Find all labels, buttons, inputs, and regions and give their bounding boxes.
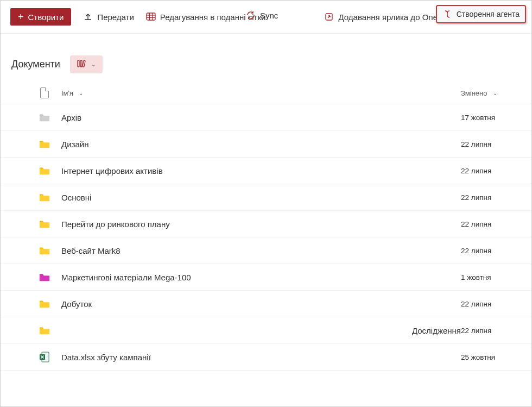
column-modified[interactable]: Змінено ⌄	[461, 89, 521, 97]
upload-button[interactable]: Передати	[83, 12, 134, 22]
item-name[interactable]: Веб-сайт Mark8	[61, 246, 461, 255]
list-item[interactable]: Основні22 липня	[1, 184, 531, 211]
document-icon	[40, 87, 49, 98]
shortcut-icon	[324, 12, 334, 22]
list-item[interactable]: Інтернет цифрових активів22 липня	[1, 158, 531, 184]
column-name-label: Ім'я	[61, 89, 73, 97]
page-title: Документи	[11, 59, 60, 70]
item-name[interactable]: Архів	[61, 113, 461, 122]
create-agent-button[interactable]: Створення агента	[436, 5, 526, 23]
list-item[interactable]: Веб-сайт Mark822 липня	[1, 237, 531, 264]
excel-icon	[39, 351, 50, 363]
list-item[interactable]: Data.xlsx збуту кампанії25 жовтня	[1, 344, 531, 371]
item-name[interactable]: Основні	[61, 193, 461, 202]
svg-rect-0	[147, 13, 155, 20]
folder-yellow-icon	[39, 298, 50, 310]
folder-magenta-icon	[39, 271, 50, 283]
chevron-down-icon: ⌄	[79, 90, 83, 96]
column-headers: Ім'я ⌄ Змінено ⌄	[1, 82, 531, 104]
list-item[interactable]: Дизайн22 липня	[1, 131, 531, 158]
item-name[interactable]: Інтернет цифрових активів	[61, 166, 461, 176]
chevron-down-icon: ⌄	[91, 61, 96, 67]
sync-icon	[246, 10, 256, 20]
view-switcher[interactable]: ⌄	[70, 55, 103, 73]
svg-rect-8	[83, 60, 85, 67]
create-agent-label: Створення агента	[457, 10, 520, 18]
toolbar: + Створити Передати Редагування в поданн…	[1, 1, 531, 34]
list-item[interactable]: Добуток22 липня	[1, 291, 531, 317]
views-icon	[77, 59, 87, 70]
svg-rect-7	[80, 60, 82, 67]
item-name[interactable]: Маркетингові матеріали Mega-100	[61, 273, 461, 282]
item-modified: 22 липня	[461, 167, 521, 175]
column-name[interactable]: Ім'я ⌄	[61, 89, 461, 97]
upload-icon	[83, 12, 93, 22]
item-modified: 22 липня	[461, 220, 521, 228]
item-name[interactable]: Дизайн	[61, 140, 461, 149]
svg-rect-6	[78, 60, 79, 67]
folder-yellow-icon	[39, 324, 50, 336]
column-type-icon[interactable]	[39, 87, 50, 98]
sync-button[interactable]: Sync	[246, 10, 278, 20]
column-modified-label: Змінено	[461, 89, 487, 97]
chevron-down-icon: ⌄	[493, 90, 497, 96]
list-item[interactable]: Дослідження22 липня	[1, 317, 531, 344]
item-name[interactable]: Перейти до ринкового плану	[61, 220, 461, 229]
folder-yellow-icon	[39, 191, 50, 203]
item-modified: 1 жовтня	[461, 273, 521, 281]
plus-icon: +	[18, 12, 24, 22]
item-name[interactable]: Добуток	[61, 299, 461, 309]
folder-yellow-icon	[39, 218, 50, 230]
create-button-label: Створити	[28, 12, 64, 22]
item-modified: 22 липня	[461, 193, 521, 202]
item-modified: 22 липня	[461, 327, 521, 335]
item-modified: 22 липня	[461, 247, 521, 255]
item-modified: 22 липня	[461, 300, 521, 308]
folder-yellow-icon	[39, 165, 50, 177]
folder-gray-icon	[39, 111, 50, 123]
document-list: Архів17 жовтня Дизайн22 липня Інтернет ц…	[1, 104, 531, 371]
upload-label: Передати	[97, 12, 134, 22]
item-modified: 22 липня	[461, 140, 521, 148]
copilot-icon	[442, 9, 452, 19]
item-name[interactable]: Data.xlsx збуту кампанії	[61, 353, 461, 362]
create-button[interactable]: + Створити	[10, 8, 71, 26]
folder-yellow-icon	[39, 138, 50, 150]
folder-yellow-icon	[39, 245, 50, 256]
item-modified: 25 жовтня	[461, 353, 521, 361]
library-header: Документи ⌄	[1, 34, 531, 82]
item-modified: 17 жовтня	[461, 114, 521, 122]
list-item[interactable]: Перейти до ринкового плану22 липня	[1, 211, 531, 237]
sync-label: Sync	[260, 11, 278, 20]
list-item[interactable]: Архів17 жовтня	[1, 104, 531, 131]
list-item[interactable]: Маркетингові матеріали Mega-1001 жовтня	[1, 264, 531, 291]
item-name[interactable]: Дослідження	[61, 326, 461, 335]
grid-icon	[146, 12, 156, 22]
